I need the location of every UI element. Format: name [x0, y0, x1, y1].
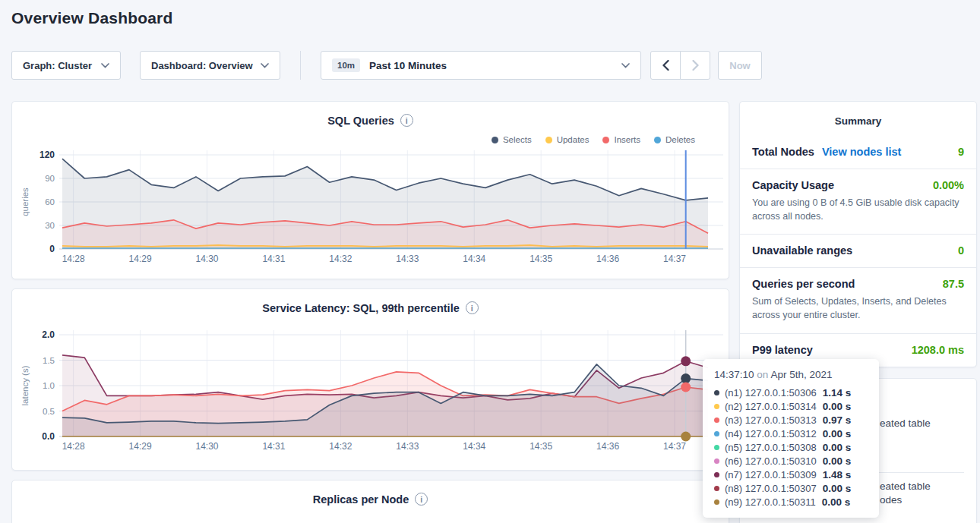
- tooltip-node-label: (n9) 127.0.0.1:50311: [725, 496, 816, 508]
- node-color-dot: [714, 390, 719, 395]
- svg-text:14:37: 14:37: [663, 254, 686, 264]
- service-latency-chart[interactable]: 14:2814:2914:3014:3114:3214:3314:3414:35…: [18, 327, 724, 464]
- time-range-selector[interactable]: 10m Past 10 Minutes: [321, 51, 641, 80]
- summary-item: Total NodesView nodes list9: [740, 136, 976, 169]
- svg-text:14:31: 14:31: [262, 441, 285, 452]
- chart-hover-tooltip: 14:37:10 on Apr 5th, 2021 (n1) 127.0.0.1…: [703, 359, 879, 518]
- node-color-dot: [714, 472, 719, 477]
- chevron-down-icon: [621, 63, 630, 68]
- svg-text:90: 90: [45, 174, 55, 183]
- replicas-per-node-panel: Replicas per Node i: [11, 480, 729, 523]
- legend-item-inserts[interactable]: Inserts: [602, 135, 640, 144]
- tooltip-node-row: (n4) 127.0.0.1:503120.00 s: [714, 427, 868, 440]
- sql-queries-chart[interactable]: 14:2814:2914:3014:3114:3214:3314:3414:35…: [18, 146, 724, 275]
- tooltip-node-value: 0.00 s: [822, 496, 851, 508]
- tooltip-node-label: (n7) 127.0.0.1:50309: [725, 469, 817, 480]
- node-color-dot: [714, 404, 719, 409]
- tooltip-node-value: 1.48 s: [823, 469, 852, 480]
- legend-color-dot: [602, 137, 609, 143]
- dashboard-controls: Graph: Cluster Dashboard: Overview 10m P…: [11, 51, 762, 80]
- node-color-dot: [714, 417, 719, 423]
- tooltip-timestamp: 14:37:10 on Apr 5th, 2021: [714, 369, 868, 380]
- node-color-dot: [714, 445, 719, 450]
- sql-queries-title: SQL Queries: [327, 115, 394, 127]
- summary-item-value: 0: [958, 244, 964, 257]
- svg-text:latency (s): latency (s): [21, 365, 30, 405]
- svg-text:14:32: 14:32: [329, 254, 352, 264]
- tooltip-node-row: (n7) 127.0.0.1:503091.48 s: [714, 468, 868, 481]
- svg-text:14:30: 14:30: [196, 254, 219, 264]
- tooltip-node-row: (n2) 127.0.0.1:503140.00 s: [714, 399, 868, 413]
- tooltip-node-label: (n5) 127.0.0.1:50308: [725, 442, 817, 453]
- tooltip-node-value: 0.00 s: [823, 401, 852, 412]
- legend-label: Inserts: [614, 135, 640, 144]
- tooltip-node-row: (n9) 127.0.0.1:503110.00 s: [714, 495, 868, 509]
- tooltip-node-value: 0.00 s: [823, 442, 852, 453]
- chevron-left-icon: [662, 60, 669, 71]
- next-time-button[interactable]: [680, 51, 710, 80]
- svg-text:30: 30: [45, 221, 55, 230]
- summary-item-label: P99 latency: [752, 344, 813, 356]
- sql-queries-panel: SQL Queries i SelectsUpdatesInsertsDelet…: [11, 101, 729, 279]
- chevron-down-icon: [101, 63, 109, 68]
- view-nodes-list-link[interactable]: View nodes list: [822, 146, 902, 158]
- legend-item-updates[interactable]: Updates: [545, 135, 590, 144]
- tooltip-node-label: (n3) 127.0.0.1:50313: [725, 414, 817, 426]
- info-icon[interactable]: i: [400, 114, 413, 127]
- info-icon[interactable]: i: [415, 493, 428, 506]
- info-icon[interactable]: i: [466, 301, 479, 314]
- svg-text:1.0: 1.0: [43, 381, 55, 390]
- summary-item-description: Sum of Selects, Updates, Inserts, and De…: [752, 295, 964, 322]
- dashboard-dropdown[interactable]: Dashboard: Overview: [140, 51, 280, 80]
- summary-item-value: 0.00%: [933, 179, 964, 191]
- time-nav-group: [650, 51, 710, 80]
- summary-item-label: Unavailable ranges: [752, 244, 852, 257]
- legend-item-deletes[interactable]: Deletes: [654, 135, 695, 144]
- summary-item: Capacity Usage0.00%You are using 0 B of …: [740, 169, 976, 234]
- tooltip-node-label: (n4) 127.0.0.1:50312: [725, 428, 817, 440]
- summary-panel: Summary Total NodesView nodes list9Capac…: [739, 101, 977, 367]
- legend-label: Updates: [557, 135, 590, 144]
- node-color-dot: [714, 458, 719, 464]
- legend-label: Selects: [503, 135, 532, 144]
- summary-title: Summary: [740, 102, 976, 136]
- svg-text:14:36: 14:36: [596, 441, 619, 452]
- svg-text:14:30: 14:30: [196, 441, 219, 452]
- svg-text:14:36: 14:36: [596, 254, 619, 264]
- tooltip-date: Apr 5th, 2021: [770, 369, 832, 380]
- tooltip-node-row: (n6) 127.0.0.1:503100.00 s: [714, 454, 868, 468]
- chevron-down-icon: [261, 63, 269, 68]
- prev-time-button[interactable]: [650, 51, 681, 80]
- tooltip-node-value: 0.00 s: [823, 483, 852, 494]
- controls-divider: [300, 51, 301, 80]
- tooltip-node-row: (n8) 127.0.0.1:503070.00 s: [714, 481, 868, 495]
- summary-item-value: 1208.0 ms: [912, 344, 964, 356]
- svg-text:2.0: 2.0: [42, 329, 55, 340]
- event-text-fragment: eated table: [880, 480, 931, 492]
- event-text-fragment: eated table: [880, 417, 931, 429]
- tooltip-node-value: 0.00 s: [823, 428, 852, 440]
- node-color-dot: [714, 499, 719, 505]
- svg-text:120: 120: [40, 150, 55, 160]
- tooltip-node-label: (n2) 127.0.0.1:50314: [725, 401, 817, 412]
- svg-text:14:35: 14:35: [530, 441, 552, 452]
- tooltip-node-label: (n1) 127.0.0.1:50306: [725, 387, 817, 399]
- svg-text:14:31: 14:31: [262, 254, 285, 264]
- tooltip-node-row: (n1) 127.0.0.1:503061.14 s: [714, 386, 868, 399]
- chevron-right-icon: [692, 60, 699, 71]
- legend-item-selects[interactable]: Selects: [492, 135, 532, 144]
- graph-dropdown[interactable]: Graph: Cluster: [11, 51, 121, 80]
- svg-text:14:33: 14:33: [396, 254, 419, 264]
- summary-item-description: You are using 0 B of 4.5 GiB usable disk…: [752, 196, 964, 223]
- svg-text:14:28: 14:28: [62, 254, 85, 264]
- node-color-dot: [714, 486, 719, 491]
- service-latency-panel: Service Latency: SQL, 99th percentile i …: [11, 288, 729, 471]
- summary-item: Unavailable ranges0: [740, 234, 976, 267]
- summary-item-label: Capacity Usage: [752, 179, 834, 191]
- tooltip-on: on: [757, 369, 768, 380]
- now-button[interactable]: Now: [718, 51, 762, 80]
- tooltip-node-label: (n6) 127.0.0.1:50310: [725, 455, 817, 467]
- summary-item-label: Total Nodes: [752, 146, 814, 158]
- svg-text:14:37: 14:37: [663, 441, 686, 452]
- svg-text:14:33: 14:33: [396, 441, 419, 452]
